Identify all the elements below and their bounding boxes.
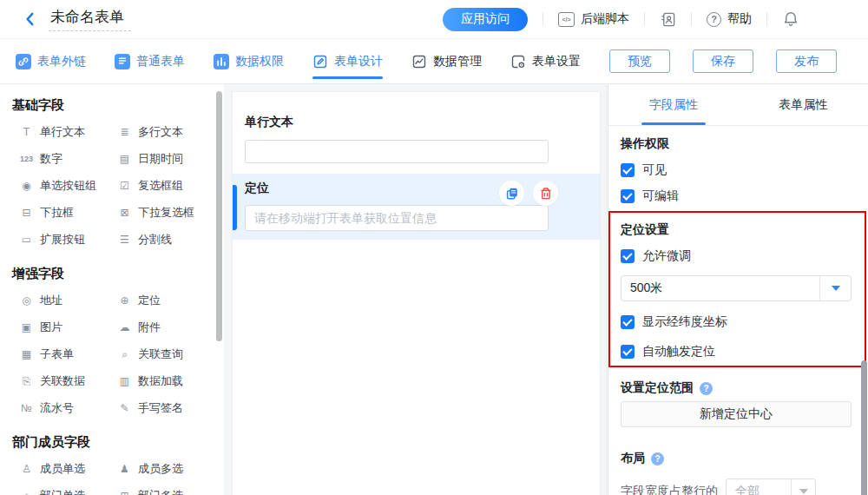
- sidebar-item-datetime[interactable]: ▤日期时间: [117, 145, 224, 172]
- select-arrow-cell[interactable]: [791, 479, 815, 495]
- field-single-line-text[interactable]: 单行文本: [233, 92, 600, 163]
- nav-form-design[interactable]: 表单设计: [312, 39, 383, 83]
- help-circle-icon[interactable]: ?: [700, 382, 713, 395]
- preview-button[interactable]: 预览: [609, 50, 670, 73]
- sidebar-item-divider-line[interactable]: ☰分割线: [117, 226, 224, 253]
- nav-form-settings[interactable]: 表单设置: [510, 39, 581, 83]
- dept-member-fields-grid: ♙成员单选 ♟成员多选 ⌂部门单选 ⊞部门多选: [0, 455, 224, 495]
- sidebar-item-subform[interactable]: ▦子表单: [19, 340, 117, 367]
- notification-button[interactable]: [782, 10, 799, 28]
- item-label: 定位: [138, 293, 161, 308]
- sidebar-item-signature[interactable]: ✎手写签名: [117, 394, 224, 421]
- nav-form-external-link[interactable]: 表单外链: [16, 39, 86, 83]
- item-label: 下拉框: [40, 205, 74, 221]
- sidebar-item-data-load[interactable]: ▥数据加载: [117, 367, 224, 394]
- backend-script-button[interactable]: </> 后端脚本: [558, 11, 629, 27]
- checkbox-group-icon: ☑: [117, 180, 132, 192]
- form-canvas-card: 单行文本 定位: [232, 91, 601, 495]
- subform-icon: ▦: [19, 348, 34, 360]
- range-select[interactable]: 500米: [621, 275, 852, 301]
- form-title[interactable]: 未命名表单: [49, 7, 131, 31]
- sidebar-item-multi-line-text[interactable]: ≣多行文本: [117, 118, 224, 145]
- divider-line-icon: ☰: [117, 234, 132, 246]
- properties-panel: 字段属性 表单属性 操作权限 可见 可编辑 定位设置 允许微调: [608, 84, 868, 495]
- field-library-sidebar: 基础字段 T单行文本 ≣多行文本 123数字 ▤日期时间 ◉单选按钮组 ☑复选框…: [0, 84, 225, 495]
- number-icon: 123: [19, 155, 34, 163]
- publish-button[interactable]: 发布: [776, 50, 837, 73]
- sidebar-item-dropdown[interactable]: ⊟下拉框: [19, 199, 117, 226]
- section-title-enhanced-fields: 增强字段: [12, 266, 224, 282]
- save-button[interactable]: 保存: [693, 50, 753, 73]
- checked-checkbox-icon[interactable]: [621, 345, 635, 359]
- trash-icon: [539, 187, 553, 201]
- sidebar-item-image[interactable]: ▣图片: [19, 314, 117, 340]
- external-link-icon: [16, 54, 31, 69]
- document-icon: [115, 54, 130, 69]
- dept-single-icon: ⌂: [19, 490, 34, 495]
- panel-scrollbar[interactable]: [861, 360, 867, 495]
- data-manage-icon: [411, 54, 427, 69]
- sidebar-item-single-line-text[interactable]: T单行文本: [19, 118, 117, 145]
- sidebar-item-linked-data[interactable]: ⎘关联数据: [19, 367, 117, 394]
- delete-field-button[interactable]: [533, 181, 558, 206]
- form-canvas: 单行文本 定位: [225, 84, 608, 495]
- dropdown-multi-icon: ⊠: [117, 207, 132, 219]
- sidebar-item-number[interactable]: 123数字: [19, 145, 117, 172]
- help-icon: ?: [707, 12, 721, 27]
- datetime-icon: ▤: [117, 153, 132, 165]
- nav-normal-form[interactable]: 普通表单: [115, 39, 185, 83]
- checked-checkbox-icon[interactable]: [621, 163, 635, 177]
- form-designer-page: 未命名表单 应用访问 </> 后端脚本 ? 帮助: [0, 0, 868, 495]
- add-location-center-button[interactable]: 新增定位中心: [621, 401, 852, 427]
- nav-data-permission[interactable]: 数据权限: [214, 39, 284, 83]
- contacts-button[interactable]: [660, 11, 676, 28]
- field-location-selected[interactable]: 定位: [233, 174, 600, 240]
- checked-checkbox-icon[interactable]: [621, 189, 635, 203]
- checked-checkbox-icon[interactable]: [621, 315, 635, 329]
- single-line-text-input[interactable]: [245, 140, 549, 163]
- item-label: 扩展按钮: [40, 232, 85, 248]
- permission-section-title: 操作权限: [621, 136, 851, 152]
- item-label: 部门多选: [138, 488, 183, 495]
- field-width-select[interactable]: 全部: [726, 478, 816, 495]
- select-arrow-cell[interactable]: [819, 276, 851, 300]
- back-button[interactable]: [21, 10, 40, 29]
- item-label: 分割线: [138, 232, 172, 248]
- nav-label: 数据权限: [235, 54, 284, 69]
- checkbox-auto-trigger[interactable]: 自动触发定位: [621, 344, 851, 360]
- sidebar-item-linked-query[interactable]: ⌕关联查询: [117, 340, 224, 367]
- item-label: 地址: [40, 293, 62, 308]
- item-label: 附件: [138, 320, 161, 335]
- location-range-header: 设置定位范围 ?: [621, 380, 851, 396]
- location-input[interactable]: [245, 205, 549, 231]
- sidebar-item-checkbox-group[interactable]: ☑复选框组: [117, 172, 224, 199]
- sidebar-item-location[interactable]: ⊕定位: [117, 287, 224, 314]
- sidebar-item-dropdown-multi[interactable]: ⊠下拉复选框: [117, 199, 224, 226]
- checkbox-allow-adjust[interactable]: 允许微调: [621, 248, 851, 264]
- sidebar-item-dept-single[interactable]: ⌂部门单选: [19, 482, 117, 495]
- checked-checkbox-icon[interactable]: [621, 249, 635, 263]
- sidebar-item-dept-multi[interactable]: ⊞部门多选: [117, 482, 224, 495]
- copy-field-button[interactable]: [499, 181, 524, 206]
- sidebar-item-radio-group[interactable]: ◉单选按钮组: [19, 172, 117, 199]
- code-icon: </>: [558, 12, 575, 27]
- help-circle-icon[interactable]: ?: [651, 452, 664, 465]
- sidebar-item-attachment[interactable]: ☁附件: [117, 314, 224, 340]
- sidebar-scrollbar[interactable]: [216, 91, 222, 341]
- sidebar-item-member-multi[interactable]: ♟成员多选: [117, 455, 224, 482]
- user-avatar[interactable]: [815, 6, 842, 33]
- sidebar-item-extend-button[interactable]: ▭扩展按钮: [19, 226, 117, 253]
- help-button[interactable]: ? 帮助: [707, 11, 752, 27]
- tab-form-properties[interactable]: 表单属性: [739, 84, 868, 125]
- sidebar-item-member-single[interactable]: ♙成员单选: [19, 455, 117, 482]
- sidebar-item-serial-number[interactable]: №流水号: [19, 394, 117, 421]
- nav-data-manage[interactable]: 数据管理: [411, 39, 482, 83]
- tab-field-properties[interactable]: 字段属性: [608, 84, 739, 125]
- nav-label: 表单设计: [334, 54, 383, 69]
- checkbox-editable[interactable]: 可编辑: [621, 188, 851, 204]
- app-access-button[interactable]: 应用访问: [443, 8, 528, 31]
- section-title-basic-fields: 基础字段: [12, 97, 224, 114]
- checkbox-show-coords[interactable]: 显示经纬度坐标: [621, 314, 851, 330]
- checkbox-visible[interactable]: 可见: [621, 162, 851, 178]
- sidebar-item-address[interactable]: ◎地址: [19, 287, 117, 314]
